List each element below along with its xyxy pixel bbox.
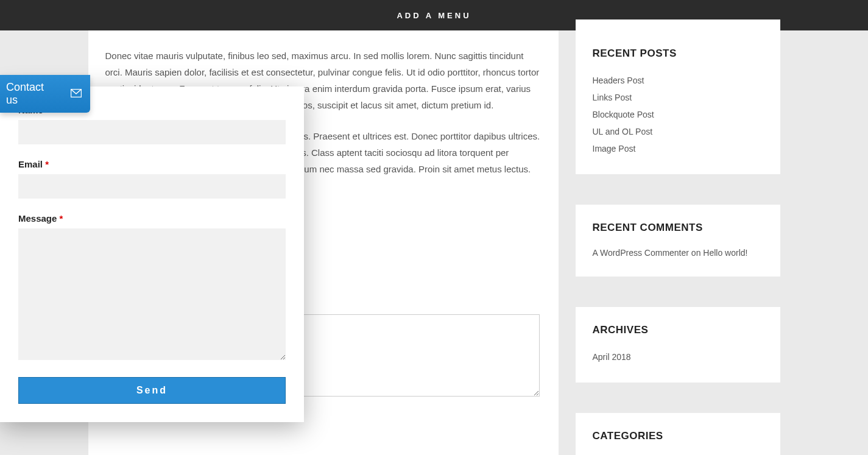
widget-categories: CATEGORIES Uncategorized — [576, 413, 780, 455]
contact-us-tab[interactable]: Contact us — [0, 75, 90, 113]
add-menu-link[interactable]: ADD A MENU — [397, 11, 471, 20]
message-textarea[interactable] — [18, 228, 286, 360]
list-item: Blockquote Post — [593, 106, 763, 123]
message-field-group: Message * — [18, 213, 286, 377]
list-item: April 2018 — [593, 348, 763, 365]
email-label-text: Email — [18, 159, 43, 169]
message-label: Message * — [18, 213, 286, 224]
list-item: Image Post — [593, 140, 763, 157]
on-separator: on — [689, 248, 703, 258]
required-mark: * — [60, 213, 63, 224]
recent-comment-item: A WordPress Commenter on Hello world! — [593, 246, 763, 259]
widget-recent-comments: RECENT COMMENTS A WordPress Commenter on… — [576, 205, 780, 277]
recent-post-link[interactable]: UL and OL Post — [593, 127, 653, 136]
list-item: Links Post — [593, 89, 763, 106]
recent-post-link[interactable]: Image Post — [593, 144, 636, 153]
comment-target-link[interactable]: Hello world! — [703, 248, 747, 258]
recent-post-link[interactable]: Links Post — [593, 93, 632, 102]
widget-title: RECENT COMMENTS — [593, 222, 763, 234]
recent-post-link[interactable]: Headers Post — [593, 76, 644, 85]
name-field-group: Name — [18, 105, 286, 159]
message-label-text: Message — [18, 213, 57, 224]
name-input[interactable] — [18, 120, 286, 144]
email-label: Email * — [18, 159, 286, 169]
send-button[interactable]: Send — [18, 377, 286, 404]
email-field-group: Email * — [18, 159, 286, 213]
archive-link[interactable]: April 2018 — [593, 352, 631, 362]
email-input[interactable] — [18, 174, 286, 199]
list-item: Headers Post — [593, 72, 763, 89]
archives-list: April 2018 — [593, 348, 763, 365]
envelope-icon — [71, 88, 82, 101]
contact-form-popup: Name Email * Message * Send — [0, 86, 304, 422]
required-mark: * — [45, 159, 49, 169]
widget-title: ARCHIVES — [593, 324, 763, 336]
widget-title: RECENT POSTS — [593, 48, 763, 60]
recent-post-link[interactable]: Blockquote Post — [593, 110, 654, 119]
commenter-link[interactable]: A WordPress Commenter — [593, 248, 689, 258]
widget-archives: ARCHIVES April 2018 — [576, 307, 780, 383]
recent-posts-list: Headers Post Links Post Blockquote Post … — [593, 72, 763, 157]
list-item: UL and OL Post — [593, 123, 763, 140]
widget-title: CATEGORIES — [593, 430, 763, 442]
sidebar: RECENT POSTS Headers Post Links Post Blo… — [576, 30, 780, 455]
contact-tab-label: Contact us — [6, 81, 46, 107]
widget-recent-posts: RECENT POSTS Headers Post Links Post Blo… — [576, 19, 780, 174]
